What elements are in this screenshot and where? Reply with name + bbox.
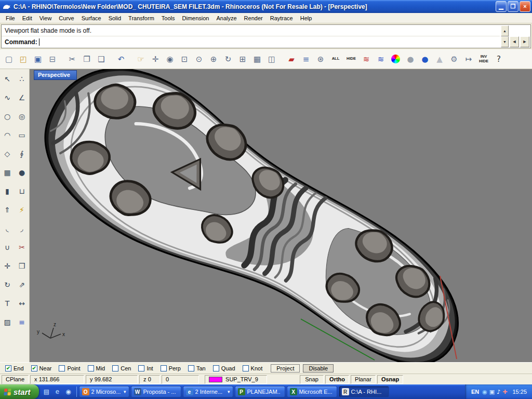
- planar-toggle[interactable]: Planar: [351, 375, 376, 384]
- osnap-tan[interactable]: Tan: [188, 365, 206, 371]
- polyline-icon[interactable]: ∠: [16, 92, 28, 103]
- media-player-icon[interactable]: ◉: [64, 387, 73, 397]
- command-scroll-up-button[interactable]: ▲: [501, 25, 509, 36]
- curve-icon[interactable]: ∿: [2, 92, 13, 103]
- point-icon[interactable]: ∴: [16, 73, 28, 85]
- print-icon[interactable]: ⊟: [46, 52, 59, 66]
- osnap-end[interactable]: ✔ End: [5, 365, 24, 371]
- options-gear-icon[interactable]: ⚙: [447, 52, 461, 66]
- osnap-knot[interactable]: Knot: [243, 365, 263, 371]
- command-scroll-down-button[interactable]: ▼: [501, 36, 509, 47]
- zoom-window-icon[interactable]: ⊡: [178, 52, 191, 66]
- menu-view[interactable]: View: [36, 14, 56, 22]
- box-icon[interactable]: ▮: [2, 185, 13, 197]
- minimize-button[interactable]: ▁: [496, 1, 507, 12]
- surface-icon[interactable]: ▦: [2, 167, 13, 178]
- command-line[interactable]: Command:: [2, 36, 500, 48]
- curvature-analysis-icon[interactable]: ≋: [360, 52, 373, 66]
- move-view-icon[interactable]: ✛: [149, 52, 162, 66]
- render-sphere-icon[interactable]: ●: [418, 52, 432, 66]
- pan-hand-icon[interactable]: ☞: [134, 52, 148, 66]
- close-button[interactable]: ×: [520, 1, 530, 12]
- paste-icon[interactable]: ❑: [95, 52, 108, 66]
- boolean-union-icon[interactable]: ∪: [2, 242, 13, 253]
- new-file-icon[interactable]: ▢: [2, 52, 16, 66]
- menu-render[interactable]: Render: [241, 14, 267, 22]
- osnap-quad[interactable]: Quad: [213, 365, 235, 371]
- circle-icon[interactable]: ○: [2, 111, 13, 122]
- grid-snap-icon[interactable]: ▦: [250, 52, 264, 66]
- zoom-extents-all-icon[interactable]: ALL: [328, 52, 343, 66]
- render-preview-sphere-icon[interactable]: ●: [404, 52, 417, 66]
- menu-tools[interactable]: Tools: [158, 14, 179, 22]
- osnap-near[interactable]: ✔ Near: [31, 365, 52, 371]
- extrude-icon[interactable]: ⇑: [2, 204, 13, 216]
- internet-explorer-icon[interactable]: e: [53, 387, 62, 397]
- save-file-icon[interactable]: ▣: [31, 52, 45, 66]
- hide-objects-icon[interactable]: HIDE: [344, 52, 358, 66]
- layers-icon[interactable]: ≡: [299, 52, 313, 66]
- viewport-tab-perspective[interactable]: Perspective: [34, 70, 77, 80]
- current-layer[interactable]: SUP_TRV_9: [205, 375, 267, 384]
- cut-icon[interactable]: ✂: [65, 52, 79, 66]
- explode-icon[interactable]: ⚡: [16, 204, 28, 216]
- chamfer-icon[interactable]: ◞: [16, 223, 28, 234]
- task-excel[interactable]: X Microsoft E...: [287, 386, 337, 397]
- disable-button[interactable]: Disable: [303, 364, 334, 373]
- snap-toggle[interactable]: Snap: [300, 375, 324, 384]
- restore-button[interactable]: ❐: [508, 1, 518, 12]
- menu-dimension[interactable]: Dimension: [179, 14, 213, 22]
- dimension-style-icon[interactable]: ↦: [462, 52, 475, 66]
- command-forward-button[interactable]: ►: [520, 36, 529, 47]
- select-arrow-icon[interactable]: ↖: [2, 73, 13, 85]
- menu-transform[interactable]: Transform: [125, 14, 158, 22]
- menu-edit[interactable]: Edit: [19, 14, 36, 22]
- task-word-proposta[interactable]: W Proposta - ...: [131, 386, 181, 397]
- zoom-selected-icon[interactable]: ⊙: [192, 52, 206, 66]
- select-points-icon[interactable]: ⊛: [314, 52, 327, 66]
- scale-icon[interactable]: ⇗: [16, 279, 28, 290]
- rectangle-icon[interactable]: ▭: [16, 129, 28, 141]
- menu-surface[interactable]: Surface: [78, 14, 105, 22]
- cplane-selector[interactable]: CPlane: [2, 375, 29, 384]
- zoom-dynamic-icon[interactable]: ◉: [163, 52, 177, 66]
- osnap-toggle[interactable]: Osnap: [377, 375, 403, 384]
- color-wheel-icon[interactable]: ●: [391, 55, 400, 63]
- rotate-icon[interactable]: ↻: [2, 279, 13, 290]
- osnap-cen[interactable]: Cen: [112, 365, 131, 371]
- polygon-icon[interactable]: ◇: [2, 148, 13, 159]
- osnap-point[interactable]: Point: [59, 365, 80, 371]
- menu-analyze[interactable]: Analyze: [212, 14, 240, 22]
- start-button[interactable]: start: [0, 384, 39, 399]
- task-internet-group[interactable]: e 2 Interne... ▾: [183, 386, 233, 397]
- open-file-icon[interactable]: ◰: [17, 52, 30, 66]
- osnap-perp[interactable]: Perp: [161, 365, 181, 371]
- move-icon[interactable]: ✛: [2, 260, 13, 272]
- volume-icon[interactable]: ♪: [497, 389, 500, 395]
- menu-raytrace[interactable]: Raytrace: [267, 14, 297, 22]
- cylinder-icon[interactable]: ⊔: [16, 185, 28, 197]
- trim-icon[interactable]: ✂: [16, 242, 28, 253]
- antivirus-icon[interactable]: ✚: [502, 389, 507, 395]
- title-bar[interactable]: C:\A - RHINO\Termolos\New Folder\MOD_ CH…: [0, 0, 532, 13]
- rotate-view-icon[interactable]: ↻: [221, 52, 235, 66]
- copy-icon[interactable]: ❒: [16, 260, 28, 272]
- task-rhino[interactable]: R C:\A - RHI...: [339, 386, 389, 397]
- help-icon[interactable]: ?: [492, 52, 506, 66]
- sphere-icon[interactable]: ●: [16, 167, 28, 178]
- project-button[interactable]: Project: [271, 364, 300, 373]
- show-desktop-icon[interactable]: ▤: [42, 387, 51, 397]
- zebra-analysis-icon[interactable]: ≋: [374, 52, 388, 66]
- dimension-icon[interactable]: ↔: [16, 298, 28, 309]
- menu-file[interactable]: File: [2, 14, 19, 22]
- task-office-group[interactable]: O 2 Microso... ▾: [79, 386, 129, 397]
- viewport-canvas[interactable]: y z x: [30, 69, 532, 362]
- draft-angle-icon[interactable]: ▲: [433, 52, 446, 66]
- viewport[interactable]: y z x Perspective: [30, 69, 532, 362]
- task-planejam[interactable]: P PLANEJAM...: [235, 386, 285, 397]
- menu-help[interactable]: Help: [297, 14, 316, 22]
- menu-solid[interactable]: Solid: [105, 14, 125, 22]
- osnap-mid[interactable]: Mid: [88, 365, 105, 371]
- named-views-icon[interactable]: ◫: [265, 52, 278, 66]
- osnap-int[interactable]: Int: [138, 365, 153, 371]
